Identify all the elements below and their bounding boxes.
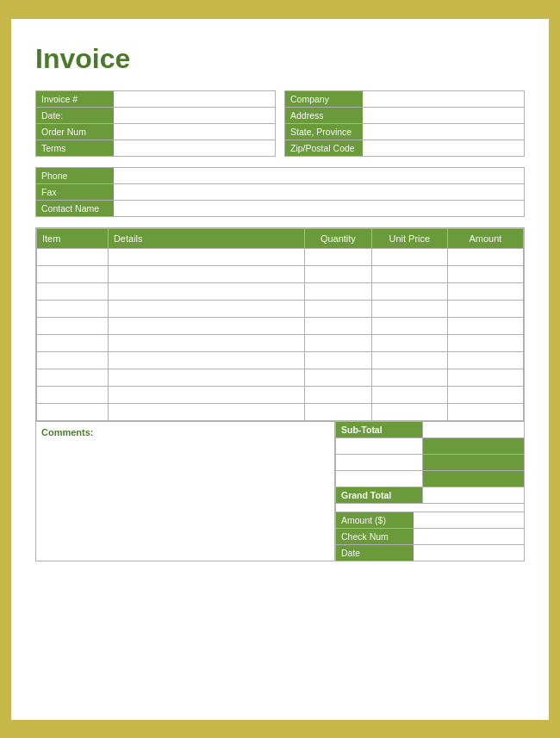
header-left: Invoice # Date: Order Num Terms (35, 90, 276, 157)
fax-value[interactable] (114, 184, 524, 200)
comments-area: Comments: (35, 422, 335, 561)
order-num-row: Order Num (36, 124, 275, 140)
table-row (37, 403, 524, 420)
item-cell[interactable] (37, 248, 109, 265)
unit-price-cell[interactable] (371, 351, 447, 369)
amount-cell[interactable] (447, 248, 523, 265)
phone-row: Phone (36, 168, 524, 184)
totals-area: Sub-Total Grand Total (335, 422, 525, 561)
company-label: Company (285, 91, 363, 107)
quantity-cell[interactable] (304, 282, 371, 300)
unit-price-cell[interactable] (371, 386, 447, 403)
item-cell[interactable] (37, 369, 109, 386)
company-value[interactable] (363, 91, 524, 107)
terms-row: Terms (36, 140, 275, 156)
payment-date-value[interactable] (414, 545, 524, 561)
table-row (37, 369, 524, 386)
amount-cell[interactable] (447, 317, 523, 334)
details-cell[interactable] (108, 386, 304, 403)
quantity-cell[interactable] (304, 369, 371, 386)
zip-label: Zip/Postal Code (285, 140, 363, 156)
check-num-label: Check Num (336, 529, 414, 544)
item-cell[interactable] (37, 317, 109, 334)
state-value[interactable] (363, 124, 524, 140)
quantity-cell[interactable] (304, 351, 371, 369)
unit-price-cell[interactable] (371, 248, 447, 265)
filler-row-1 (335, 438, 525, 455)
details-cell[interactable] (108, 369, 304, 386)
terms-value[interactable] (114, 140, 275, 156)
item-cell[interactable] (37, 300, 109, 317)
amount-cell[interactable] (447, 334, 523, 351)
date-row: Date: (36, 108, 275, 124)
details-cell[interactable] (108, 334, 304, 351)
invoice-number-row: Invoice # (36, 91, 275, 108)
quantity-cell[interactable] (304, 403, 371, 420)
payment-date-label: Date (336, 545, 414, 561)
amount-cell[interactable] (447, 403, 523, 420)
bottom-section: Comments: Sub-Total Grand T (35, 422, 525, 561)
phone-value[interactable] (114, 168, 524, 183)
phone-label: Phone (36, 168, 114, 183)
fax-row: Fax (36, 184, 524, 201)
amount-cell[interactable] (447, 386, 523, 403)
invoice-number-value[interactable] (114, 91, 275, 107)
grand-total-value[interactable] (422, 487, 524, 503)
amount-value[interactable] (414, 512, 524, 528)
details-cell[interactable] (108, 300, 304, 317)
amount-cell[interactable] (447, 282, 523, 300)
table-row (37, 282, 524, 300)
filler-value-2 (422, 455, 524, 470)
order-num-label: Order Num (36, 124, 114, 140)
amount-cell[interactable] (447, 300, 523, 317)
col-item: Item (37, 228, 109, 248)
table-row (37, 351, 524, 369)
details-cell[interactable] (108, 403, 304, 420)
item-cell[interactable] (37, 386, 109, 403)
item-cell[interactable] (37, 282, 109, 300)
item-cell[interactable] (37, 334, 109, 351)
contact-section: Phone Fax Contact Name (35, 167, 525, 217)
quantity-cell[interactable] (304, 317, 371, 334)
quantity-cell[interactable] (304, 300, 371, 317)
item-cell[interactable] (37, 351, 109, 369)
unit-price-cell[interactable] (371, 282, 447, 300)
header-right: Company Address State, Province Zip/Post… (284, 90, 525, 157)
quantity-cell[interactable] (304, 386, 371, 403)
details-cell[interactable] (108, 248, 304, 265)
details-cell[interactable] (108, 265, 304, 282)
amount-cell[interactable] (447, 265, 523, 282)
details-cell[interactable] (108, 317, 304, 334)
subtotal-value[interactable] (422, 422, 524, 437)
quantity-cell[interactable] (304, 248, 371, 265)
table-row (37, 317, 524, 334)
filler-value-3 (422, 471, 524, 487)
amount-cell[interactable] (447, 351, 523, 369)
unit-price-cell[interactable] (371, 317, 447, 334)
item-cell[interactable] (37, 265, 109, 282)
quantity-cell[interactable] (304, 265, 371, 282)
item-cell[interactable] (37, 403, 109, 420)
details-cell[interactable] (108, 282, 304, 300)
filler-label-1 (336, 438, 422, 454)
table-header-row: Item Details Quantity Unit Price Amount (37, 228, 524, 248)
unit-price-cell[interactable] (371, 300, 447, 317)
zip-value[interactable] (363, 140, 524, 156)
subtotal-row: Sub-Total (335, 422, 525, 438)
unit-price-cell[interactable] (371, 403, 447, 420)
unit-price-cell[interactable] (371, 369, 447, 386)
contact-name-value[interactable] (114, 201, 524, 216)
order-num-value[interactable] (114, 124, 275, 140)
unit-price-cell[interactable] (371, 265, 447, 282)
address-value[interactable] (363, 108, 524, 123)
page-title: Invoice (35, 43, 525, 75)
amount-cell[interactable] (447, 369, 523, 386)
details-cell[interactable] (108, 351, 304, 369)
company-row: Company (285, 91, 524, 108)
state-row: State, Province (285, 124, 524, 140)
unit-price-cell[interactable] (371, 334, 447, 351)
quantity-cell[interactable] (304, 334, 371, 351)
payment-date-row: Date (336, 545, 524, 561)
date-value[interactable] (114, 108, 275, 123)
check-num-value[interactable] (414, 529, 524, 544)
